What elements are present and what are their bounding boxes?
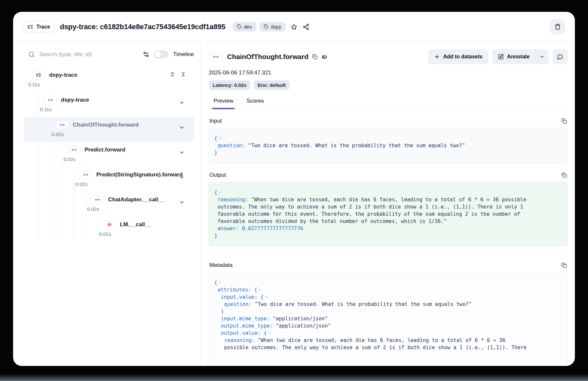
- env-badge: Env: default: [254, 80, 290, 90]
- node-duration: 0.02s: [87, 206, 194, 212]
- tree-indent-guide: [38, 92, 39, 240]
- filter-sliders-button[interactable]: [143, 51, 149, 58]
- preview-content-scroll[interactable]: Input{question: "Two dice are tossed. Wh…: [209, 109, 568, 366]
- copy-section-button[interactable]: [561, 172, 567, 178]
- span-type-icon: [56, 121, 69, 129]
- tree-node-predict-forward[interactable]: Predict.forward0.02s: [24, 142, 194, 167]
- span-type-icon: [44, 96, 57, 104]
- collapse-json-icon[interactable]: [264, 295, 269, 299]
- move-horizontal-icon: [60, 122, 65, 128]
- tree-node-label: LM.__call__: [120, 221, 151, 228]
- input-json: {question: "Two dice are tossed. What is…: [209, 128, 568, 163]
- copy-icon: [561, 118, 567, 124]
- copy-icon: [561, 263, 567, 268]
- collapse-json-icon[interactable]: [217, 280, 222, 284]
- observation-timestamp: 2025-06-06 17:59:47.321: [209, 70, 568, 76]
- sliders-icon: [143, 51, 149, 58]
- tag-dspy[interactable]: dspy: [259, 22, 286, 31]
- trace-type-badge: Trace: [23, 21, 55, 33]
- tab-scores[interactable]: Scores: [246, 95, 264, 109]
- list-tree-icon: [36, 72, 41, 78]
- expand-all-button[interactable]: [170, 71, 175, 77]
- collapse-node-button[interactable]: [179, 125, 185, 130]
- chevron-down-icon: [179, 174, 185, 180]
- expand-all-icon: [170, 71, 175, 77]
- chevron-down-icon: [179, 100, 185, 106]
- copy-section-button[interactable]: [561, 263, 567, 268]
- desktop-background: Trace dspy-trace: c6182b14e8e7ac7543645e…: [0, 0, 588, 381]
- toggle-knob: [155, 51, 161, 58]
- preview-tabs: PreviewScores: [209, 95, 568, 109]
- tree-node-label: ChainOfThought.forward: [73, 122, 139, 128]
- tree-indent-guide: [85, 191, 86, 240]
- share-button[interactable]: [303, 24, 309, 30]
- tree-node-label: Predict.forward: [85, 147, 125, 153]
- tree-node-label: Predict(StringSignature).forward: [96, 171, 183, 178]
- tag-icon: [264, 24, 269, 29]
- collapse-all-icon: [180, 71, 186, 77]
- observation-title: ChainOfThought.forward: [227, 53, 308, 61]
- collapse-node-button[interactable]: [179, 174, 185, 180]
- collapse-json-icon[interactable]: [267, 331, 272, 335]
- annotate-dropdown-button[interactable]: [536, 49, 549, 64]
- tree-node-label: dspy-trace: [49, 72, 77, 78]
- move-horizontal-icon: [71, 147, 77, 152]
- search-input[interactable]: [39, 51, 138, 58]
- collapse-node-button[interactable]: [179, 100, 185, 106]
- collapse-json-icon[interactable]: [257, 288, 262, 291]
- tag-dev[interactable]: dev: [233, 22, 256, 31]
- node-duration: 0.01s: [99, 231, 194, 237]
- timeline-toggle[interactable]: [154, 50, 168, 58]
- node-duration: 0.02s: [52, 131, 194, 137]
- star-icon: [291, 24, 297, 30]
- span-type-icon: [91, 195, 104, 204]
- section-output: Output{reasoning: "When two dice are tos…: [209, 172, 568, 246]
- timeline-label: Timeline: [173, 51, 194, 58]
- favorite-star-button[interactable]: [291, 24, 297, 30]
- tree-indent-guide: [50, 117, 50, 240]
- section-heading: Metadata: [209, 262, 233, 269]
- tree-node-dspy-trace[interactable]: dspy-trace0.11s: [24, 67, 194, 92]
- tree-node-predict-stringsignature-forward[interactable]: Predict(StringSignature).forward0.02s: [24, 167, 194, 191]
- node-duration: 0.11s: [28, 82, 194, 87]
- tree-indent-guide: [62, 142, 62, 240]
- add-to-datasets-label: Add to datasets: [443, 54, 483, 60]
- tree-indent-guide: [97, 216, 98, 240]
- collapse-node-button[interactable]: [179, 150, 185, 155]
- tag-label: dspy: [271, 24, 281, 30]
- collapse-json-icon[interactable]: [217, 136, 222, 140]
- section-heading: Input: [209, 118, 222, 124]
- tag-list: devdspy: [233, 22, 286, 31]
- tree-node-chatadapter-call[interactable]: ChatAdapter.__call__0.02s: [24, 191, 194, 216]
- tree-node-lm-call[interactable]: LM.__call__0.01s: [24, 216, 194, 241]
- annotate-split-button: Annotate: [492, 49, 549, 64]
- tree-node-dspy-trace[interactable]: dspy-trace0.11s: [24, 92, 194, 117]
- tree-node-label: ChatAdapter.__call__: [108, 196, 164, 203]
- tree-search-row: Timeline: [13, 42, 200, 62]
- collapse-all-button[interactable]: [180, 71, 186, 77]
- copy-section-button[interactable]: [561, 118, 567, 124]
- annotate-button[interactable]: Annotate: [492, 49, 535, 64]
- copy-id-button[interactable]: [312, 54, 318, 60]
- plus-icon: [434, 54, 440, 60]
- node-duration: 0.02s: [64, 156, 194, 162]
- span-type-icon: [209, 52, 223, 61]
- tree-node-chainofthought-forward[interactable]: ChainOfThought.forward0.02s: [24, 117, 194, 142]
- delete-trace-button[interactable]: [550, 19, 565, 34]
- trace-type-icon: [32, 71, 45, 79]
- observation-tree[interactable]: dspy-trace0.11sdspy-trace0.11sChainOfTho…: [13, 62, 200, 366]
- move-horizontal-icon: [83, 172, 88, 177]
- comments-button[interactable]: [553, 49, 568, 64]
- node-duration: 0.11s: [40, 107, 194, 112]
- collapse-json-icon[interactable]: [217, 190, 222, 194]
- span-type-icon: [79, 170, 92, 179]
- comment-bubble-icon: [557, 54, 563, 60]
- collapse-node-button[interactable]: [179, 199, 185, 205]
- trash-icon: [555, 24, 561, 30]
- observation-badges: Latency: 0.02s Env: default: [209, 80, 568, 90]
- list-tree-icon: [28, 24, 33, 30]
- edit-pencil-icon: [498, 54, 504, 60]
- move-horizontal-icon: [95, 197, 100, 202]
- add-to-datasets-button[interactable]: Add to datasets: [428, 49, 488, 64]
- tab-preview[interactable]: Preview: [213, 95, 234, 109]
